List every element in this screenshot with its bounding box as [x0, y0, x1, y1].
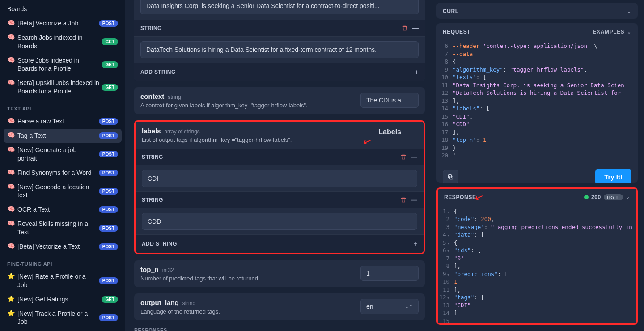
texts-string-header: STRING —: [134, 20, 425, 36]
right-panel: CURL ⌄ REQUEST EXAMPLES ⌄ 6 --header 'co…: [434, 0, 644, 331]
method-badge: POST: [99, 170, 118, 176]
responses-title: RESPONSES: [134, 327, 425, 331]
sidebar-item[interactable]: 🧠Reveal Skills missing in a TextPOST: [4, 217, 122, 239]
add-string-button[interactable]: ADD STRING +: [136, 234, 424, 253]
labels-item-0[interactable]: CDI: [142, 170, 417, 187]
collapse-icon[interactable]: —: [411, 153, 417, 161]
sidebar-item-label: [Beta] Upskill Jobs indexed in Boards fo…: [17, 79, 100, 96]
method-badge: GET: [102, 38, 118, 45]
select-chevron-icon: ⌄⌃: [405, 304, 413, 310]
string-label: STRING: [140, 25, 162, 31]
method-badge: POST: [99, 20, 118, 27]
curl-panel: CURL ⌄: [436, 3, 638, 19]
chevron-down-icon[interactable]: ⌄: [627, 8, 631, 14]
sidebar: Boards 🧠[Beta] Vectorize a JobPOST 🧠Sear…: [0, 0, 125, 331]
request-code: 6 --header 'content-type: application/js…: [436, 40, 638, 164]
sidebar-item-label: Boards: [7, 5, 27, 13]
method-badge: GET: [102, 296, 118, 303]
labels-item-1[interactable]: CDD: [142, 213, 417, 230]
sidebar-item-label: Tag a Text: [17, 132, 46, 140]
response-panel: ↙ RESPONSE 200 TRY IT ⌄ 1▾{2 "code": 200…: [436, 187, 638, 325]
plus-icon: +: [415, 68, 419, 76]
sidebar-item[interactable]: ⭐[New] Track a Profile or a JobPOST: [4, 307, 122, 329]
delete-icon[interactable]: [400, 154, 407, 160]
brain-icon: 🧠: [7, 56, 15, 64]
topn-input[interactable]: 1: [360, 266, 419, 281]
brain-icon: 🧠: [7, 146, 15, 153]
sidebar-item-label: [New] Track a Profile or a Job: [17, 310, 97, 327]
sidebar-item[interactable]: 🧠Find Synonyms for a WordPOST: [4, 166, 122, 180]
delete-icon[interactable]: [402, 25, 408, 31]
brain-icon: 🧠: [7, 183, 15, 190]
annotation-labels: Labels: [378, 128, 401, 136]
outputlang-select[interactable]: en ⌄⌃: [360, 299, 419, 314]
sidebar-item-label: OCR a Text: [17, 205, 50, 214]
sidebar-item[interactable]: 🧠[Beta] Vectorize a JobPOST: [4, 17, 122, 30]
sidebar-item-label: Reveal Skills missing in a Text: [17, 220, 97, 237]
method-badge: POST: [99, 225, 118, 232]
add-string-button[interactable]: ADD STRING +: [134, 63, 425, 81]
method-badge: POST: [99, 277, 118, 284]
sidebar-item-label: Search Jobs indexed in Boards: [17, 34, 100, 51]
brain-icon: 🧠: [7, 205, 15, 212]
request-label: REQUEST: [443, 29, 470, 35]
param-topn: top_n int32 Number of predicted tags tha…: [134, 260, 425, 287]
sidebar-item-label: Score Jobs indexed in Boards for a Profi…: [17, 56, 100, 73]
method-badge: GET: [102, 84, 118, 91]
collapse-icon[interactable]: —: [412, 25, 419, 32]
brain-icon: ⭐: [7, 310, 15, 317]
plus-icon: +: [414, 240, 417, 247]
try-it-button[interactable]: Try It!: [595, 169, 631, 183]
curl-label: CURL: [443, 8, 459, 14]
delete-icon[interactable]: [400, 197, 407, 203]
brain-icon: 🧠: [7, 117, 15, 124]
brain-icon: ⭐: [7, 295, 15, 302]
sidebar-item[interactable]: 🧠[Beta] Vectorize a TextPOST: [4, 240, 122, 254]
sidebar-item[interactable]: 🧠[Beta] Upskill Jobs indexed in Boards f…: [4, 76, 122, 98]
sidebar-item-label: Parse a raw Text: [17, 117, 64, 126]
collapse-icon[interactable]: —: [411, 196, 417, 204]
main-content: Data Insights Corp. is seeking a Senior …: [125, 0, 434, 331]
context-input[interactable]: The CDI is a Contr: [360, 93, 419, 108]
response-label: RESPONSE: [444, 194, 476, 200]
brain-icon: 🧠: [7, 79, 15, 86]
method-badge: POST: [99, 151, 118, 157]
sidebar-item[interactable]: 🧠Parse a raw TextPOST: [4, 115, 122, 128]
param-texts: Data Insights Corp. is seeking a Senior …: [134, 0, 425, 81]
sidebar-item[interactable]: Boards: [4, 2, 122, 16]
sidebar-item-label: [New] Get Ratings: [17, 295, 68, 304]
brain-icon: 🧠: [7, 169, 15, 176]
brain-icon: ⭐: [7, 272, 15, 280]
param-outputlang: output_lang string Language of the retur…: [134, 293, 425, 320]
chevron-down-icon: ⌄: [627, 29, 631, 35]
sidebar-item[interactable]: 🧠Tag a TextPOST: [4, 129, 122, 143]
sidebar-item-label: [Beta] Vectorize a Text: [17, 242, 80, 251]
chevron-down-icon: ⌄: [626, 194, 630, 200]
param-labels: Labels ↙ labels array of strings List of…: [134, 120, 425, 254]
copy-button[interactable]: [443, 170, 458, 183]
sidebar-item[interactable]: 🧠[New] Geocode a location textPOST: [4, 180, 122, 203]
sidebar-item[interactable]: 🧠Search Jobs indexed in BoardsGET: [4, 31, 122, 53]
brain-icon: 🧠: [7, 242, 15, 250]
response-status[interactable]: 200 TRY IT ⌄: [584, 194, 630, 200]
sidebar-item[interactable]: 🧠[New] Generate a job portraitPOST: [4, 143, 122, 166]
sidebar-item[interactable]: ⭐[New] Rate a Profile or a JobPOST: [4, 270, 122, 292]
string-label: STRING: [142, 197, 163, 203]
section-text-api: TEXT API: [4, 99, 122, 114]
examples-dropdown[interactable]: EXAMPLES ⌄: [593, 29, 631, 35]
sidebar-item[interactable]: ⭐[New] Get RatingsGET: [4, 293, 122, 306]
sidebar-item[interactable]: 🧠Score Jobs indexed in Boards for a Prof…: [4, 54, 122, 76]
method-badge: POST: [99, 206, 118, 213]
string-label: STRING: [142, 154, 163, 160]
brain-icon: 🧠: [7, 19, 15, 26]
brain-icon: 🧠: [7, 132, 15, 139]
sidebar-item[interactable]: 🧠OCR a TextPOST: [4, 203, 122, 216]
texts-item-1[interactable]: DataTech Solutions is hiring a Data Scie…: [140, 41, 419, 58]
method-badge: POST: [99, 132, 118, 139]
brain-icon: 🧠: [7, 220, 15, 227]
brain-icon: 🧠: [7, 34, 15, 41]
method-badge: POST: [99, 118, 118, 125]
texts-item-0[interactable]: Data Insights Corp. is seeking a Senior …: [140, 0, 419, 14]
sidebar-item-label: [New] Geocode a location text: [17, 183, 97, 200]
status-dot-icon: [584, 195, 589, 199]
